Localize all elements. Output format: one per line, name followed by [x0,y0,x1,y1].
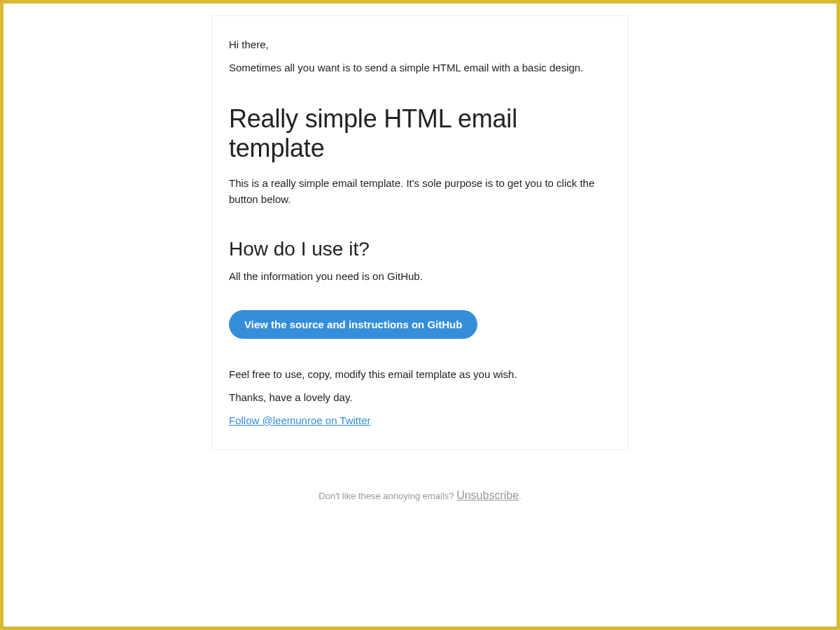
usage-permission-text: Feel free to use, copy, modify this emai… [229,368,611,380]
email-footer: Don't like these annoying emails? Unsubs… [211,489,629,502]
usage-heading: How do I use it? [229,238,611,260]
footer-period: . [519,491,522,501]
github-cta-button[interactable]: View the source and instructions on GitH… [229,310,477,339]
twitter-follow-link[interactable]: Follow @leemunroe on Twitter [229,414,371,426]
email-card: Hi there, Sometimes all you want is to s… [211,15,629,450]
unsubscribe-link[interactable]: Unsubscribe [456,489,519,501]
main-heading: Really simple HTML email template [229,104,611,163]
intro-text: Sometimes all you want is to send a simp… [229,62,611,74]
github-info-text: All the information you need is on GitHu… [229,270,611,282]
footer-dislike-text: Don't like these annoying emails? [318,491,456,501]
body-text-1: This is a really simple email template. … [229,176,611,207]
thanks-text: Thanks, have a lovely day. [229,391,611,403]
greeting-text: Hi there, [229,38,611,50]
